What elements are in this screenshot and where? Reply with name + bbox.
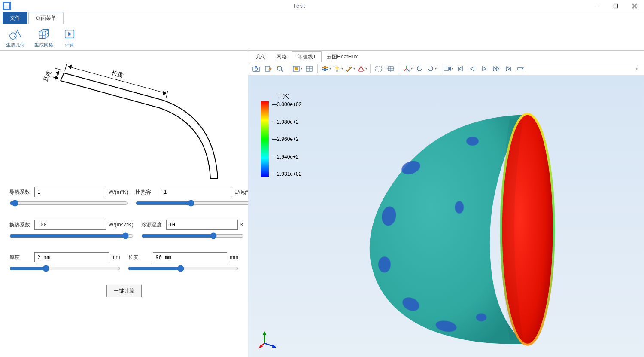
left-panel: 长度 宽度 导热系数 W/(m*K)	[0, 51, 248, 357]
specific-heat-label: 比热容	[136, 189, 158, 196]
ribbon-compute[interactable]: 计算	[61, 26, 78, 49]
export-icon[interactable]	[263, 64, 274, 74]
cold-temp-input[interactable]	[166, 220, 238, 230]
diagram-length-label: 长度	[111, 69, 124, 79]
view-tab-isoline[interactable]: 等值线T	[292, 51, 322, 62]
svg-point-26	[277, 66, 282, 70]
svg-marker-51	[483, 67, 486, 71]
svg-line-11	[61, 73, 64, 81]
close-button[interactable]	[625, 0, 644, 12]
specific-heat-input[interactable]	[161, 187, 232, 197]
viewport-toolbar: »	[248, 62, 644, 75]
thermal-cond-slider[interactable]	[9, 200, 128, 207]
heat-transfer-slider[interactable]	[9, 232, 134, 239]
select-move-icon[interactable]	[385, 64, 396, 74]
svg-line-42	[404, 69, 407, 71]
menu-tabstrip: 文件 页面菜单	[0, 12, 644, 24]
cold-temp-unit: K	[240, 222, 244, 228]
thickness-unit: mm	[112, 254, 120, 260]
cold-temp-slider[interactable]	[141, 232, 244, 239]
first-frame-icon[interactable]	[455, 64, 466, 74]
svg-point-61	[466, 137, 479, 146]
svg-line-37	[361, 66, 364, 71]
heat-transfer-unit: W/(m^2*K)	[109, 222, 134, 228]
svg-rect-1	[4, 3, 9, 5]
ruler-icon[interactable]	[356, 64, 368, 74]
svg-line-43	[407, 69, 410, 71]
maximize-button[interactable]	[606, 0, 625, 12]
ribbon-generate-mesh[interactable]: 生成网格	[33, 26, 55, 49]
thickness-input[interactable]	[34, 252, 109, 262]
svg-marker-47	[449, 67, 451, 71]
heat-transfer-label: 换热系数	[9, 221, 32, 229]
light-icon[interactable]	[332, 64, 343, 74]
svg-rect-0	[4, 5, 9, 9]
frame-select-icon[interactable]	[292, 64, 303, 74]
heat-transfer-input[interactable]	[34, 220, 106, 230]
ribbon-generate-geometry[interactable]: 生成几何	[4, 26, 27, 49]
svg-point-6	[10, 33, 16, 39]
video-icon[interactable]	[443, 64, 454, 74]
ribbon: 生成几何 生成网格 计算	[0, 24, 644, 51]
view-tab-cloud[interactable]: 云图HeatFlux	[322, 52, 363, 62]
length-unit: mm	[230, 254, 238, 260]
svg-marker-52	[493, 67, 496, 71]
one-click-compute-button[interactable]: 一键计算	[106, 285, 142, 297]
svg-marker-49	[459, 67, 462, 71]
last-frame-icon[interactable]	[503, 64, 514, 74]
play-icon[interactable]	[479, 64, 490, 74]
tab-page-menu[interactable]: 页面菜单	[28, 12, 64, 24]
length-slider[interactable]	[128, 265, 239, 272]
rotate-ccw-icon[interactable]	[414, 64, 425, 74]
svg-point-62	[476, 314, 487, 321]
brush-icon[interactable]	[344, 64, 355, 74]
tab-file[interactable]: 文件	[3, 12, 27, 24]
title-bar: Test	[0, 0, 644, 12]
specific-heat-slider[interactable]	[136, 200, 253, 207]
svg-marker-54	[506, 67, 510, 71]
svg-rect-24	[255, 66, 257, 67]
window-title: Test	[11, 3, 587, 9]
view-tab-geometry[interactable]: 几何	[251, 52, 271, 62]
svg-marker-14	[163, 91, 166, 95]
thermal-cond-input[interactable]	[34, 187, 106, 197]
camera-icon[interactable]	[251, 64, 262, 74]
axis-triad-icon	[258, 330, 278, 349]
thermal-cond-label: 导热系数	[9, 189, 32, 196]
toolbar-overflow-icon[interactable]: »	[633, 66, 641, 72]
geometry-diagram: 长度 宽度	[5, 54, 243, 183]
loop-icon[interactable]	[515, 64, 526, 74]
minimize-button[interactable]	[587, 0, 606, 12]
rotate-cw-icon[interactable]	[426, 64, 437, 74]
thickness-label: 厚度	[9, 254, 32, 261]
svg-marker-44	[418, 65, 419, 68]
svg-marker-69	[272, 344, 276, 348]
prev-frame-icon[interactable]	[467, 64, 478, 74]
app-icon	[3, 2, 11, 10]
compute-icon	[63, 27, 76, 41]
ribbon-label: 生成网格	[34, 42, 53, 48]
svg-rect-39	[376, 66, 382, 71]
svg-marker-19	[55, 76, 58, 79]
length-label: 长度	[128, 254, 150, 261]
mesh-icon	[37, 27, 51, 41]
view-tab-mesh[interactable]: 网格	[271, 52, 292, 62]
svg-line-27	[281, 70, 283, 72]
zoom-reset-icon[interactable]	[275, 64, 286, 74]
svg-line-36	[358, 66, 361, 71]
thickness-slider[interactable]	[9, 265, 120, 272]
layers-icon[interactable]	[320, 64, 331, 74]
svg-line-16	[166, 91, 168, 98]
3d-viewport[interactable]: T (K) 3.000e+02 2.980e+2 2.960e+2 2.940e…	[248, 75, 644, 357]
next-frame-icon[interactable]	[491, 64, 502, 74]
frame-fit-icon[interactable]	[304, 64, 315, 74]
svg-marker-13	[68, 65, 72, 69]
length-input[interactable]	[153, 252, 228, 262]
select-rect-icon[interactable]	[373, 64, 384, 74]
axes-icon[interactable]	[402, 64, 413, 74]
ribbon-label: 生成几何	[6, 42, 25, 48]
thermal-cond-unit: W/(m*K)	[109, 189, 128, 195]
ribbon-label: 计算	[65, 42, 74, 48]
svg-marker-9	[68, 32, 72, 36]
svg-marker-45	[431, 65, 432, 68]
